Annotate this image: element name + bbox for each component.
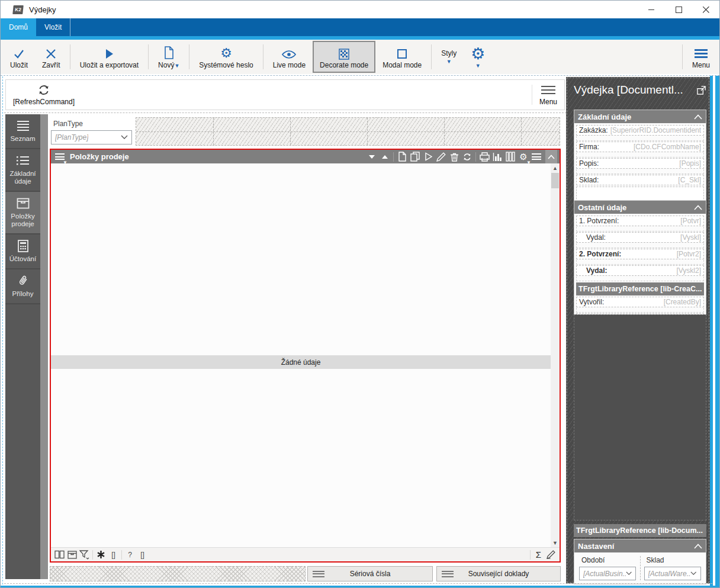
field-zakazka[interactable]: Zakázka: [SuperiorRID.Documentidenti... xyxy=(576,125,704,136)
section-header[interactable]: Nastavení xyxy=(574,539,706,552)
dropdown-arrow-icon: ▼ xyxy=(475,63,481,68)
sidebar-item-prilohy[interactable]: Přílohy xyxy=(5,269,40,304)
tab-domu[interactable]: Domů xyxy=(1,18,36,36)
print-icon[interactable] xyxy=(478,151,491,163)
field-potvrzeni-2[interactable]: 2. Potvrzení: [Potvr2] xyxy=(576,249,704,259)
refresh-icon[interactable] xyxy=(461,151,474,163)
modal-mode-button[interactable]: Modal mode xyxy=(375,41,429,73)
panel-menu-icon xyxy=(313,569,324,579)
collapse-up-icon[interactable] xyxy=(378,151,391,163)
command-bar-menu-button[interactable]: Menu xyxy=(532,80,564,110)
chevron-down-icon xyxy=(626,571,632,576)
section-header[interactable]: Základní údaje xyxy=(574,110,706,123)
sklad-select[interactable]: [ActualWare... xyxy=(644,567,701,580)
external-link-icon[interactable] xyxy=(696,85,706,95)
copy-record-icon[interactable] xyxy=(409,151,422,163)
system-password-button[interactable]: ⚙ Systémové heslo xyxy=(192,41,260,73)
edit-pencil-icon[interactable] xyxy=(435,151,448,163)
scroll-up-button[interactable]: ▲ xyxy=(551,163,560,172)
scrollbar-thumb[interactable] xyxy=(551,173,559,188)
ribbon-menu-button[interactable]: Menu xyxy=(685,41,717,73)
filter-icon[interactable] xyxy=(78,549,91,561)
field-firma[interactable]: Firma: [CDo.CFCombName] xyxy=(576,142,704,152)
maximize-button[interactable] xyxy=(665,1,692,18)
panel-menu-icon[interactable]: ▼ xyxy=(53,151,66,163)
library-reference-bar-2[interactable]: TFrgtLibraryReference [lib-Docum... xyxy=(574,524,706,537)
live-mode-button[interactable]: Live mode xyxy=(266,41,313,73)
sidebar-item-uctovani[interactable]: Účtování xyxy=(5,234,40,269)
grid-panel-title: Položky prodeje xyxy=(70,152,129,161)
field-sklad[interactable]: Sklad: [C_Skl] xyxy=(576,175,704,185)
scroll-down-button[interactable]: ▼ xyxy=(551,538,560,547)
plantype-label: PlanType xyxy=(53,120,83,128)
dock-edge-left xyxy=(2,76,3,584)
panel-seriova-cisla[interactable]: Sériová čísla xyxy=(307,566,433,581)
package-icon[interactable] xyxy=(66,549,78,561)
empty-panel-area xyxy=(574,314,706,520)
columns-icon[interactable] xyxy=(504,151,517,163)
save-and-export-button[interactable]: Uložit a exportovat xyxy=(73,41,146,73)
tab-vlozit[interactable]: Vložit xyxy=(36,18,70,36)
settings-gear-button[interactable]: ⚙ ▼ xyxy=(464,41,492,73)
grid-menu-icon[interactable] xyxy=(530,151,543,163)
minimize-icon xyxy=(648,7,655,13)
grid-body: Žádné údaje ▲ ▼ xyxy=(51,163,560,547)
sidebar-item-zakladni-udaje[interactable]: Základní údaje xyxy=(5,149,40,192)
section-nastaveni: Nastavení Období [ActualBusin... Sklad [… xyxy=(574,539,706,584)
panel-souvisejici-doklady[interactable]: Související doklady xyxy=(436,566,561,581)
question-icon[interactable]: ? xyxy=(124,549,136,561)
styles-button[interactable]: Styly ▼ xyxy=(434,41,464,73)
library-reference-bar[interactable]: TFrgtLibraryReference [lib-CreaC... xyxy=(576,282,704,295)
close-document-button[interactable]: Zavřít xyxy=(35,41,68,73)
delete-trash-icon[interactable] xyxy=(448,151,461,163)
dropdown-arrow-icon: ▼ xyxy=(174,63,179,69)
sidebar-item-seznam[interactable]: Seznam xyxy=(5,114,40,149)
edit-pencil-icon[interactable] xyxy=(545,549,557,561)
dashed-divider xyxy=(4,113,567,113)
collapse-down-icon[interactable] xyxy=(365,151,378,163)
new-document-icon xyxy=(163,44,175,60)
new-button[interactable]: Nový▼ xyxy=(151,41,187,73)
field-vydal-2[interactable]: Vydal: [Vyskl2] xyxy=(576,265,704,276)
chevron-up-icon[interactable] xyxy=(694,205,702,210)
refresh-command-button[interactable]: [RefreshCommand] xyxy=(6,80,82,110)
sidebar-splitter[interactable] xyxy=(40,114,48,579)
checkered-icon xyxy=(339,44,349,60)
chart-icon[interactable] xyxy=(491,151,504,163)
run-icon[interactable] xyxy=(422,151,435,163)
asterisk-icon[interactable] xyxy=(95,549,107,561)
chevron-down-icon xyxy=(121,135,128,140)
decorate-mode-button[interactable]: Decorate mode xyxy=(313,41,375,73)
field-popis[interactable]: Popis: [Popis] xyxy=(576,158,704,169)
panel-menu-icon xyxy=(442,569,454,579)
grid-vertical-scrollbar[interactable]: ▲ ▼ xyxy=(551,163,560,547)
brackets-icon[interactable]: [] xyxy=(107,549,120,561)
close-button[interactable] xyxy=(692,1,719,18)
field-vytvoril[interactable]: Vytvořil: [CreatedBy] xyxy=(576,297,704,307)
menu-icon xyxy=(695,44,708,60)
sidebar-item-polozky-prodeje[interactable]: Položky prodeje xyxy=(5,192,40,234)
minimize-button[interactable] xyxy=(638,1,665,18)
close-x-icon xyxy=(46,44,56,60)
section-zakladni-udaje: Základní údaje Zakázka: [SuperiorRID.Doc… xyxy=(574,110,706,205)
sidebar: Seznam Základní údaje Položky prodeje Úč… xyxy=(5,114,40,579)
obdobi-select[interactable]: [ActualBusin... xyxy=(579,567,636,580)
section-header[interactable]: Ostatní údaje xyxy=(574,201,706,214)
save-button[interactable]: Uložit xyxy=(3,41,35,73)
grid-panel-header[interactable]: ▼ Položky prodeje ⚙▼ xyxy=(51,150,560,163)
list-icon xyxy=(16,154,30,167)
field-vydal-1[interactable]: Vydal: [Vyskl] xyxy=(576,232,704,243)
field-potvrzeni-1[interactable]: 1. Potvrzení: [Potvr] xyxy=(576,216,704,226)
chevron-up-icon[interactable] xyxy=(694,544,702,549)
combo-group-obdobi: Období [ActualBusin... xyxy=(579,556,637,580)
brackets-icon[interactable]: [] xyxy=(136,549,149,561)
gear-icon: ⚙ xyxy=(471,46,485,62)
sum-sigma-icon[interactable]: Σ xyxy=(532,549,545,561)
inspector-title: Výdejka [Documentl... xyxy=(574,83,696,97)
grid-settings-gear-icon[interactable]: ⚙▼ xyxy=(517,151,530,163)
new-record-icon[interactable] xyxy=(396,151,409,163)
chevron-up-icon[interactable] xyxy=(694,114,702,120)
book-icon[interactable] xyxy=(53,549,66,561)
plantype-select[interactable]: [PlanType] xyxy=(51,130,132,144)
panel-collapse-button[interactable] xyxy=(545,150,557,163)
